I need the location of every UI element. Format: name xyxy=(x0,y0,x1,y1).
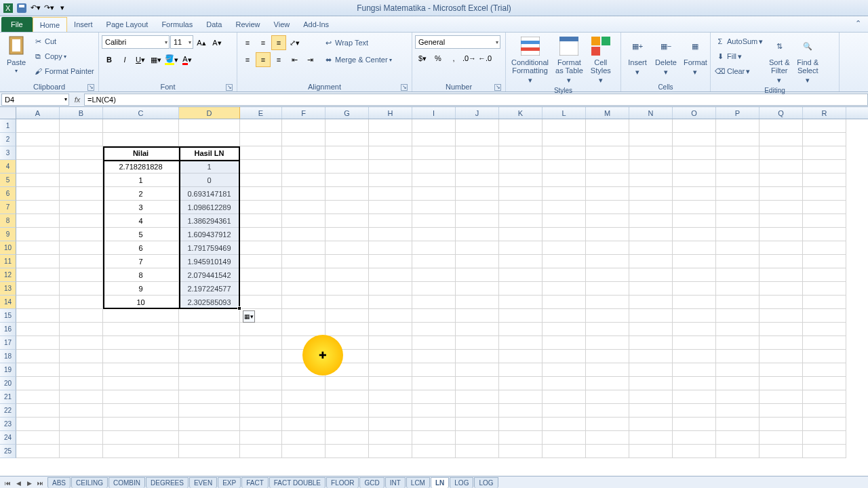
row-header-14[interactable]: 14 xyxy=(0,296,16,309)
cell[interactable] xyxy=(369,377,412,390)
cell[interactable]: 2.079441542 xyxy=(179,268,240,282)
row-header-10[interactable]: 10 xyxy=(0,241,16,255)
sheet-tab-fact[interactable]: FACT xyxy=(241,477,269,488)
cell[interactable] xyxy=(103,404,179,418)
row-header-17[interactable]: 17 xyxy=(0,336,16,350)
cell[interactable] xyxy=(16,146,60,160)
cell[interactable] xyxy=(673,268,716,282)
cell[interactable]: 1.791759469 xyxy=(179,241,240,255)
cell[interactable]: Hasil LN xyxy=(179,146,240,160)
cell[interactable] xyxy=(179,377,240,390)
row-header-24[interactable]: 24 xyxy=(0,431,16,445)
cell[interactable] xyxy=(16,201,60,214)
cell[interactable] xyxy=(240,228,282,241)
cell[interactable] xyxy=(412,282,456,296)
row-header-18[interactable]: 18 xyxy=(0,350,16,363)
cell[interactable] xyxy=(586,119,629,133)
alignment-dialog-icon[interactable]: ↘ xyxy=(401,84,408,91)
cell[interactable] xyxy=(542,228,586,241)
cell[interactable] xyxy=(179,133,240,146)
cell[interactable] xyxy=(542,146,586,160)
cell[interactable]: 5 xyxy=(103,228,179,241)
tab-data[interactable]: Data xyxy=(199,17,229,32)
cell[interactable] xyxy=(412,431,456,445)
cell[interactable] xyxy=(760,228,803,241)
cell[interactable] xyxy=(760,309,803,323)
cell[interactable] xyxy=(673,133,716,146)
cell[interactable] xyxy=(60,241,103,255)
cell[interactable] xyxy=(282,255,326,268)
cell[interactable] xyxy=(716,296,760,309)
cell[interactable] xyxy=(369,336,412,350)
cell[interactable] xyxy=(412,241,456,255)
cell[interactable] xyxy=(673,323,716,336)
cell[interactable] xyxy=(542,255,586,268)
cell[interactable] xyxy=(103,445,179,458)
cell[interactable] xyxy=(16,445,60,458)
cell[interactable] xyxy=(586,282,629,296)
cell[interactable]: 7 xyxy=(103,255,179,268)
cell[interactable] xyxy=(499,309,542,323)
cell[interactable] xyxy=(542,187,586,201)
cell[interactable] xyxy=(240,174,282,187)
cell[interactable] xyxy=(716,146,760,160)
cell[interactable] xyxy=(803,160,846,174)
cell[interactable] xyxy=(716,445,760,458)
cell[interactable] xyxy=(803,133,846,146)
sheet-tab-degrees[interactable]: DEGREES xyxy=(146,477,189,488)
cell[interactable]: 1.386294361 xyxy=(179,214,240,228)
cell[interactable] xyxy=(803,296,846,309)
inc-decimal-button[interactable]: .0→ xyxy=(462,51,477,66)
cell[interactable] xyxy=(179,418,240,431)
cell[interactable] xyxy=(326,214,369,228)
cell[interactable] xyxy=(60,160,103,174)
cell[interactable] xyxy=(586,201,629,214)
cell[interactable] xyxy=(499,268,542,282)
cell[interactable] xyxy=(326,228,369,241)
cell[interactable]: 2.302585093 xyxy=(179,296,240,309)
col-header-I[interactable]: I xyxy=(412,107,456,119)
row-header-5[interactable]: 5 xyxy=(0,174,16,187)
cell[interactable] xyxy=(412,268,456,282)
cell[interactable] xyxy=(282,241,326,255)
cell[interactable] xyxy=(586,146,629,160)
underline-button[interactable]: U▾ xyxy=(133,52,148,67)
font-name-combo[interactable]: Calibri xyxy=(102,35,170,49)
cell[interactable] xyxy=(760,201,803,214)
insert-cells-button[interactable]: ▦+Insert▾ xyxy=(624,34,651,78)
tab-view[interactable]: View xyxy=(267,17,297,32)
comma-button[interactable]: , xyxy=(446,51,461,66)
cell[interactable] xyxy=(240,404,282,418)
cell[interactable] xyxy=(240,418,282,431)
cell[interactable] xyxy=(16,431,60,445)
sheet-tab-int[interactable]: INT xyxy=(385,477,406,488)
cell[interactable] xyxy=(282,174,326,187)
cell[interactable] xyxy=(456,377,499,390)
cell[interactable] xyxy=(716,390,760,404)
cell[interactable] xyxy=(16,119,60,133)
cell[interactable] xyxy=(760,119,803,133)
cell[interactable] xyxy=(760,268,803,282)
cells-area[interactable]: NilaiHasil LN2.71828182811020.6931471813… xyxy=(16,119,868,458)
cell[interactable] xyxy=(760,187,803,201)
cell[interactable] xyxy=(412,390,456,404)
percent-button[interactable]: % xyxy=(431,51,446,66)
cell[interactable] xyxy=(369,187,412,201)
tab-formulas[interactable]: Formulas xyxy=(155,17,199,32)
sheet-tab-log[interactable]: LOG xyxy=(450,477,473,488)
font-dialog-icon[interactable]: ↘ xyxy=(226,84,233,91)
cell[interactable] xyxy=(60,377,103,390)
italic-button[interactable]: I xyxy=(117,52,132,67)
cell[interactable] xyxy=(326,146,369,160)
fill-button[interactable]: ⬇Fill▾ xyxy=(713,49,764,64)
cell[interactable] xyxy=(803,119,846,133)
cell[interactable] xyxy=(326,296,369,309)
cell[interactable] xyxy=(60,336,103,350)
fill-color-button[interactable]: 🪣▾ xyxy=(164,52,179,67)
indent-dec-button[interactable]: ⇤ xyxy=(287,52,302,67)
cell[interactable] xyxy=(629,187,673,201)
cell[interactable] xyxy=(456,445,499,458)
cell[interactable] xyxy=(760,160,803,174)
cell[interactable] xyxy=(456,174,499,187)
cell[interactable] xyxy=(673,350,716,363)
